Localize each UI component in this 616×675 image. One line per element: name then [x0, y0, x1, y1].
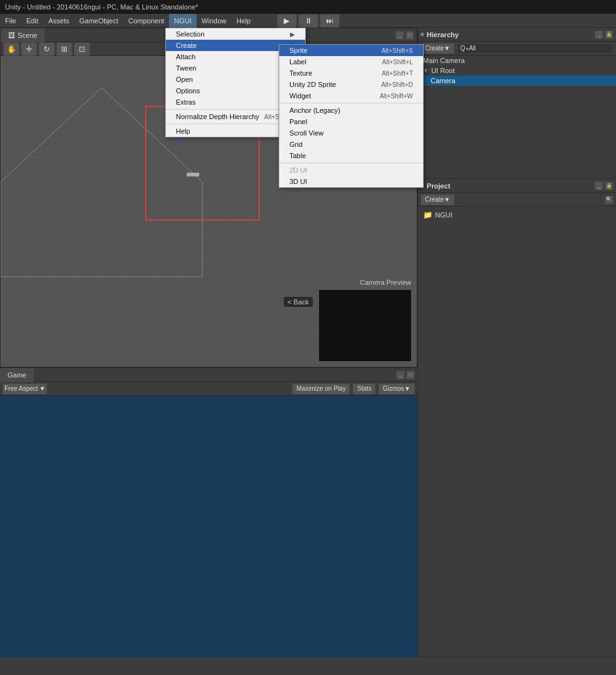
scene-maximize-btn[interactable]: □ — [405, 31, 414, 40]
rotate-tool[interactable]: ↻ — [38, 42, 55, 56]
menu-help[interactable]: Help — [231, 14, 256, 28]
hierarchy-search-placeholder: Q∘All — [460, 45, 476, 52]
menu-gameobject[interactable]: GameObject — [74, 14, 124, 28]
menu-edit[interactable]: Edit — [21, 14, 44, 28]
game-panel: Game _ □ Free Aspect ▼ Maximize on Play — [0, 367, 417, 657]
ngui-selection[interactable]: Selection ▶ — [166, 28, 305, 40]
hierarchy-main-camera[interactable]: Main Camera — [418, 55, 616, 66]
menu-assets[interactable]: Assets — [44, 14, 74, 28]
game-tab-bar: Game _ □ — [0, 368, 417, 382]
back-button-label: < Back — [288, 298, 309, 306]
ngui-help-label: Help — [176, 127, 190, 135]
ngui-create-label: Create — [176, 42, 197, 49]
create-panel-label: Panel — [289, 118, 307, 125]
hierarchy-create-btn[interactable]: Create ▼ — [421, 43, 455, 54]
ngui-tween-label: Tween — [176, 64, 196, 72]
create-grid-label: Grid — [289, 141, 303, 148]
svg-rect-13 — [187, 173, 199, 176]
game-tab[interactable]: Game — [0, 368, 34, 382]
pause-button[interactable]: ⏸ — [298, 14, 318, 28]
menu-component[interactable]: Component — [123, 14, 169, 28]
play-button[interactable]: ▶ — [277, 14, 297, 28]
move-tool[interactable]: ✛ — [21, 42, 37, 56]
create-anchor-legacy[interactable]: Anchor (Legacy) — [279, 105, 423, 116]
maximize-on-play-btn[interactable]: Maximize on Play — [292, 383, 350, 395]
title-text: Unity - Untitled - 20140616ngui - PC, Ma… — [5, 3, 198, 11]
create-table[interactable]: Table — [279, 150, 423, 161]
ngui-normalize-label: Normalize Depth Hierarchy — [176, 113, 259, 120]
create-texture[interactable]: Texture Alt+Shift+T — [279, 67, 423, 79]
create-3dui-label: 3D UI — [289, 178, 307, 185]
camera-label: Camera — [431, 77, 455, 84]
project-toolbar: Create ▼ 🔍 — [418, 193, 616, 207]
game-tab-label: Game — [8, 371, 26, 379]
create-3dui[interactable]: 3D UI — [279, 176, 423, 187]
hierarchy-collapse-btn[interactable]: _ — [595, 30, 603, 39]
create-unity2dsprite[interactable]: Unity 2D Sprite Alt+Shift+D — [279, 79, 423, 90]
ui-root-label: UI Root — [431, 67, 455, 74]
hierarchy-content: Main Camera ▼ UI Root Camera — [418, 55, 616, 178]
create-panel[interactable]: Panel — [279, 116, 423, 127]
hierarchy-camera[interactable]: Camera — [418, 76, 616, 86]
create-label[interactable]: Label Alt+Shift+L — [279, 56, 423, 67]
create-texture-label: Texture — [289, 69, 312, 77]
aspect-label: Free Aspect — [4, 385, 38, 392]
scale-tool[interactable]: ⊞ — [56, 42, 73, 56]
create-anchor-label: Anchor (Legacy) — [289, 107, 340, 114]
project-ngui-folder[interactable]: 📁 NGUI — [421, 209, 613, 221]
project-create-btn[interactable]: Create ▼ — [421, 194, 455, 205]
create-widget[interactable]: Widget Alt+Shift+W — [279, 90, 423, 101]
scene-tab-label: Scene — [18, 32, 37, 39]
scene-collapse-btn[interactable]: _ — [395, 31, 404, 40]
project-content: 📁 NGUI — [418, 207, 616, 657]
hierarchy-ui-root[interactable]: ▼ UI Root — [418, 66, 616, 76]
create-unity2dsprite-label: Unity 2D Sprite — [289, 81, 336, 88]
create-widget-label: Widget — [289, 92, 311, 100]
main-camera-label: Main Camera — [423, 57, 465, 64]
menu-window[interactable]: Window — [197, 14, 231, 28]
back-button[interactable]: < Back — [284, 297, 313, 307]
game-toolbar: Free Aspect ▼ Maximize on Play Stats Giz… — [0, 382, 417, 396]
hierarchy-create-arrow: ▼ — [444, 45, 450, 52]
ngui-selection-label: Selection — [176, 30, 204, 38]
project-lock-btn[interactable]: 🔒 — [605, 182, 613, 190]
stats-btn[interactable]: Stats — [352, 383, 376, 395]
ngui-folder-label: NGUI — [435, 211, 453, 219]
play-controls: ▶ ⏸ ⏭ — [277, 14, 340, 28]
folder-icon: 📁 — [423, 211, 433, 219]
create-label-label: Label — [289, 58, 306, 66]
menu-file[interactable]: File — [0, 14, 21, 28]
ngui-open-label: Open — [176, 76, 193, 83]
gizmos-btn[interactable]: Gizmos ▼ — [378, 383, 415, 395]
right-panels: ≡ Hierarchy _ 🔒 Create ▼ Q∘All Main Came — [417, 28, 616, 657]
game-collapse-btn[interactable]: _ — [396, 371, 405, 379]
hierarchy-lock-btn[interactable]: 🔒 — [605, 30, 613, 39]
project-title: Project — [427, 182, 450, 190]
game-content — [0, 396, 417, 657]
svg-line-2 — [1, 88, 102, 182]
rect-tool[interactable]: ⊡ — [74, 42, 90, 56]
step-button[interactable]: ⏭ — [320, 14, 340, 28]
camera-preview: Camera Preview — [318, 289, 412, 362]
create-submenu: Sprite Alt+Shift+S Label Alt+Shift+L Tex… — [279, 44, 424, 188]
create-scrollview[interactable]: Scroll View — [279, 127, 423, 139]
hierarchy-icon: ≡ — [421, 31, 424, 38]
hierarchy-toolbar: Create ▼ Q∘All — [418, 42, 616, 55]
gizmos-dropdown-arrow: ▼ — [404, 385, 410, 392]
project-collapse-btn[interactable]: _ — [595, 182, 603, 190]
create-sprite[interactable]: Sprite Alt+Shift+S — [279, 45, 423, 56]
ngui-attach-label: Attach — [176, 53, 195, 61]
create-label-shortcut: Alt+Shift+L — [382, 59, 413, 66]
ui-root-arrow: ▼ — [423, 67, 429, 74]
aspect-dropdown[interactable]: Free Aspect ▼ — [3, 383, 47, 395]
project-search-btn[interactable]: 🔍 — [605, 195, 613, 204]
menu-ngui[interactable]: NGUI — [169, 14, 197, 28]
create-2dui: 2D UI — [279, 164, 423, 176]
game-maximize-btn[interactable]: □ — [406, 371, 415, 379]
hierarchy-search[interactable]: Q∘All — [457, 43, 613, 54]
ngui-options-label: Options — [176, 87, 200, 95]
hand-tool[interactable]: ✋ — [3, 42, 20, 56]
create-2dui-label: 2D UI — [289, 166, 307, 174]
create-grid[interactable]: Grid — [279, 139, 423, 150]
scene-tab[interactable]: 🖼 Scene — [1, 28, 45, 42]
